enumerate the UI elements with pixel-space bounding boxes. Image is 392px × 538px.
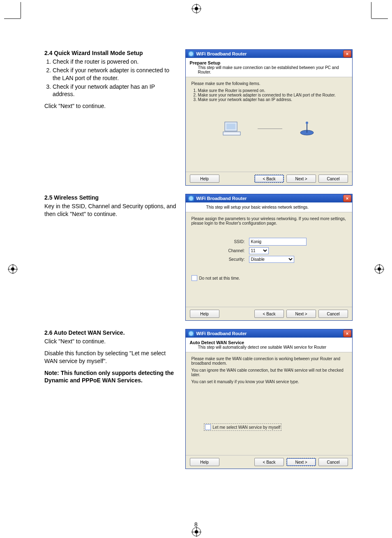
pc-router-diagram [191, 114, 346, 143]
svg-rect-2 [223, 132, 240, 135]
back-button[interactable]: < Back [254, 458, 284, 466]
back-button[interactable]: < Back [254, 310, 284, 318]
win2-intro: Please assign the parameters to your wir… [191, 216, 346, 225]
close-button[interactable]: × [343, 195, 351, 202]
wizard-window-prepare-setup: WiFi Broadband Router × Prepare Setup Th… [185, 49, 353, 186]
do-not-set-checkbox[interactable] [191, 275, 197, 281]
titlebar[interactable]: WiFi Broadband Router × [186, 329, 352, 338]
window-title: WiFi Broadband Router [196, 51, 247, 56]
s26-p2: Disable this function by selecting "Let … [44, 349, 178, 365]
app-icon [188, 331, 194, 336]
wizard-header-title: Prepare Setup [190, 60, 348, 65]
next-button[interactable]: Next > [286, 458, 316, 466]
wizard-header-title: Auto Detect WAN Service [190, 340, 348, 345]
section-2-4-heading: 2.4 Quick Wizard Install Mode Setup [44, 49, 178, 57]
s24-step-2: Check if your network adapter is connect… [53, 67, 178, 82]
help-button[interactable]: Help [190, 310, 219, 318]
let-me-select-checkbox[interactable] [205, 424, 211, 430]
cancel-button[interactable]: Cancel [318, 310, 348, 318]
s26-note: Note: This function only supports detect… [44, 369, 178, 385]
titlebar[interactable]: WiFi Broadband Router × [186, 50, 352, 58]
win3-p3: You can set it manually if you know your… [191, 379, 346, 384]
s24-after: Click "Next" to continue. [44, 102, 178, 110]
wizard-header-subtitle: This step will setup your basic wireless… [206, 205, 348, 209]
channel-select[interactable]: 11 [249, 247, 269, 254]
window-title: WiFi Broadband Router [196, 196, 247, 201]
s24-step-3: Check if your network adapter has an IP … [53, 83, 178, 99]
do-not-set-label: Do not set at this time. [199, 276, 240, 280]
back-button[interactable]: < Back [254, 175, 284, 183]
win1-item-2: Make sure your network adapter is connec… [198, 93, 346, 97]
win3-p1: Please make sure the WAN cable connectio… [191, 356, 346, 366]
ssid-input[interactable] [249, 238, 307, 246]
s25-body: Key in the SSID, Channel and Security op… [44, 202, 178, 218]
router-icon [299, 121, 315, 136]
window-title: WiFi Broadband Router [196, 331, 247, 336]
wizard-header-subtitle: This step will make sure connection can … [198, 65, 348, 74]
help-button[interactable]: Help [190, 458, 219, 466]
win3-p2: You can ignore the WAN cable connection,… [191, 368, 346, 377]
svg-point-5 [306, 122, 308, 124]
security-label: Security: [191, 257, 245, 262]
help-button[interactable]: Help [190, 175, 219, 183]
win1-item-3: Make sure your network adapter has an IP… [198, 97, 346, 102]
channel-label: Channel: [191, 248, 245, 253]
wizard-window-auto-detect: WiFi Broadband Router × Auto Detect WAN … [185, 329, 353, 469]
svg-rect-1 [226, 124, 235, 129]
ssid-label: SSID: [191, 239, 245, 244]
page-number: 8 [194, 521, 198, 528]
next-button[interactable]: Next > [286, 310, 316, 318]
wizard-window-wireless: WiFi Broadband Router × This step will s… [185, 194, 353, 321]
section-2-6-heading: 2.6 Auto Detect WAN Service. [44, 329, 178, 337]
app-icon [188, 195, 194, 201]
security-select[interactable]: Disable [249, 256, 294, 263]
close-button[interactable]: × [343, 50, 351, 57]
titlebar[interactable]: WiFi Broadband Router × [186, 194, 352, 202]
win1-intro: Please make sure the following items. [191, 81, 346, 86]
let-me-select-label: Let me select WAN service by myself [213, 425, 281, 430]
s26-p1: Click "Next" to continue. [44, 338, 178, 345]
cancel-button[interactable]: Cancel [318, 458, 348, 466]
wizard-header-subtitle: This step will automatically detect one … [198, 345, 348, 349]
section-2-5-heading: 2.5 Wireless Setting [44, 194, 178, 202]
cancel-button[interactable]: Cancel [318, 175, 348, 183]
app-icon [188, 51, 194, 57]
close-button[interactable]: × [343, 330, 351, 337]
win1-item-1: Make sure the Router is powered on. [198, 88, 346, 93]
computer-icon [222, 120, 241, 137]
s24-step-1: Check if the router is powered on. [53, 58, 178, 66]
next-button[interactable]: Next > [286, 175, 316, 183]
connection-line-icon [258, 129, 282, 129]
